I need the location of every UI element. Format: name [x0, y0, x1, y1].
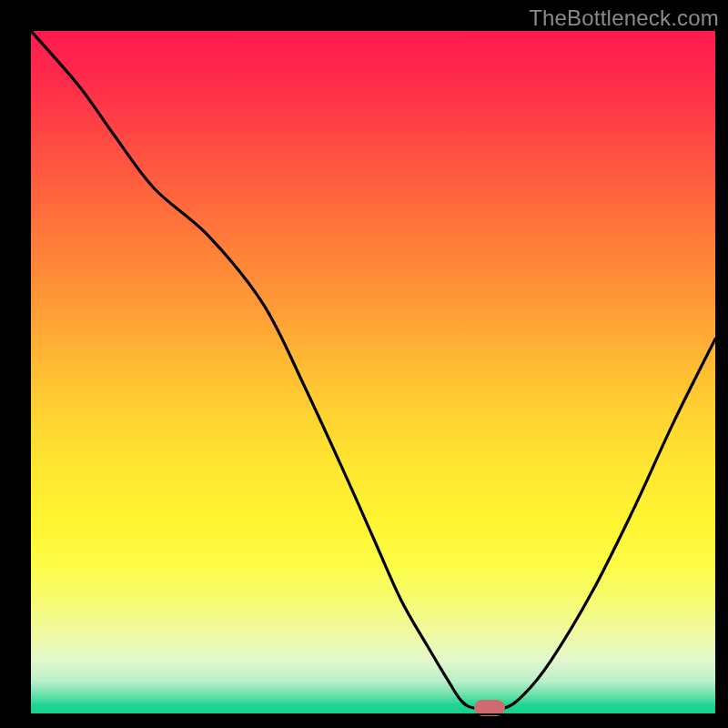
x-axis [31, 713, 715, 716]
watermark-text: TheBottleneck.com [529, 5, 719, 31]
chart-frame: TheBottleneck.com [0, 0, 728, 728]
plot-area [31, 31, 715, 715]
bottleneck-curve [31, 31, 715, 715]
